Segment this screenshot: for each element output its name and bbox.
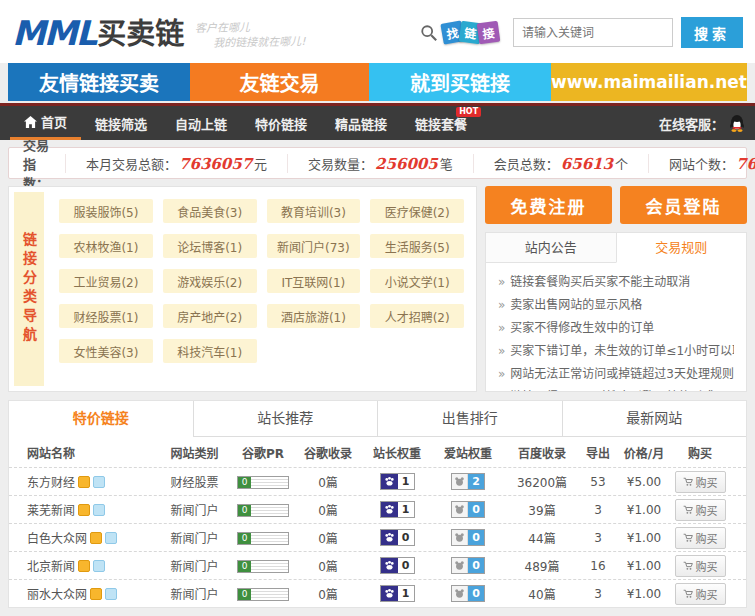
notice-tabs: 站内公告 交易规则 <box>486 233 746 263</box>
banner-buy-link[interactable]: 就到买链接 <box>369 63 551 101</box>
buy-button[interactable]: 购买 <box>675 527 726 549</box>
site-name-link[interactable]: 北京新闻 <box>27 557 75 574</box>
site-name-link[interactable]: 莱芜新闻 <box>27 501 75 518</box>
online-service[interactable]: 在线客服： <box>659 106 745 140</box>
nav-item-auto-link[interactable]: 自动上链 <box>161 106 241 140</box>
rule-item[interactable]: »买家不得修改生效中的订单 <box>498 317 734 340</box>
category-item[interactable]: IT互联网(1) <box>267 269 361 293</box>
category-item[interactable]: 生活服务(5) <box>370 234 464 258</box>
tab-special-links[interactable]: 特价链接 <box>9 401 193 437</box>
search-button[interactable]: 搜索 <box>681 17 743 48</box>
rule-item[interactable]: »链接不得以以下对搜索引擎无效的形式展示 <box>498 386 734 392</box>
logo-cn-text: 买卖链 <box>97 18 184 50</box>
rule-arrow-icon: » <box>498 344 505 358</box>
rule-arrow-icon: » <box>498 298 505 312</box>
category-item[interactable]: 房产地产(2) <box>163 304 257 328</box>
buy-button[interactable]: 购买 <box>675 583 726 605</box>
baidu-index-value: 44篇 <box>504 529 580 546</box>
category-item[interactable]: 女性美容(3) <box>59 339 153 363</box>
tab-webmaster-picks[interactable]: 站长推荐 <box>193 401 378 437</box>
site-name-link[interactable]: 东方财经 <box>27 473 75 490</box>
rule-text: 链接套餐购买后买家不能主动取消 <box>510 275 690 289</box>
site-logo[interactable]: MML 买卖链 <box>12 12 184 50</box>
buy-button[interactable]: 购买 <box>675 499 726 521</box>
nav-item-home[interactable]: 首页 <box>10 106 81 140</box>
banner-link-trade[interactable]: 友情链接买卖 <box>8 63 190 101</box>
buy-button[interactable]: 购买 <box>675 555 726 577</box>
table-row: 北京新闻 新闻门户 0 0篇 0 0 489篇 16 ¥1.00 购买 <box>9 551 746 579</box>
category-item[interactable]: 小说文学(1) <box>370 269 464 293</box>
paw-icon <box>381 474 398 489</box>
category-panel: 链接分类导航 服装服饰(5) 食品美食(3) 教育培训(3) 医疗保健(2) 农… <box>8 186 477 392</box>
col-category: 网站类别 <box>157 444 232 461</box>
rule-text: 买家下错订单，未生效的订单≤1小时可以取消 <box>510 344 734 358</box>
tab-site-announcements[interactable]: 站内公告 <box>486 233 616 263</box>
category-item[interactable]: 服装服饰(5) <box>59 199 153 223</box>
listing-panel: 特价链接 站长推荐 出售排行 最新网站 网站名称 网站类别 谷歌PR 谷歌收录 … <box>8 400 747 608</box>
category-item[interactable]: 游戏娱乐(2) <box>163 269 257 293</box>
nav-item-label: 精品链接 <box>335 114 387 133</box>
tab-sales-ranking[interactable]: 出售排行 <box>377 401 562 437</box>
main-area: 链接分类导航 服装服饰(5) 食品美食(3) 教育培训(3) 医疗保健(2) 农… <box>8 186 747 392</box>
aizhan-weight-badge: 2 <box>451 473 485 490</box>
stat-value: 76614 <box>734 155 755 173</box>
google-pr-bar: 0 <box>237 476 289 489</box>
main-navbar: 首页 链接筛选 自动上链 特价链接 精品链接 链接套餐 HOT 在线客服： <box>0 103 755 140</box>
aizhan-weight-badge: 0 <box>451 529 485 546</box>
rule-item[interactable]: »卖家出售网站的显示风格 <box>498 294 734 317</box>
promo-banner: 友情链接买卖 友链交易 就到买链接 www.maimailian.net <box>8 63 747 101</box>
logo-tagline: 客户在哪儿 我的链接就在哪儿! <box>195 19 306 51</box>
cart-icon <box>683 533 693 543</box>
rule-arrow-icon: » <box>498 275 505 289</box>
site-badge-blue-icon <box>105 532 117 544</box>
category-item[interactable]: 工业贸易(2) <box>59 269 153 293</box>
site-badge-orange-icon <box>78 560 90 572</box>
search-zone: 找 链 接 搜索 <box>420 17 743 48</box>
site-category: 财经股票 <box>157 473 232 490</box>
nav-item-link-package[interactable]: 链接套餐 HOT <box>401 106 481 140</box>
nav-item-special-links[interactable]: 特价链接 <box>241 106 321 140</box>
site-name-link[interactable]: 白色大众网 <box>27 529 87 546</box>
search-input[interactable] <box>513 18 673 47</box>
banner-friend-link[interactable]: 友链交易 <box>190 63 369 101</box>
buy-button[interactable]: 购买 <box>675 471 726 493</box>
banner-site-url[interactable]: www.maimailian.net <box>551 63 747 101</box>
nav-item-link-filter[interactable]: 链接筛选 <box>81 106 161 140</box>
nav-item-premium-links[interactable]: 精品链接 <box>321 106 401 140</box>
baidu-index-value: 39篇 <box>504 501 580 518</box>
logo-mml-text: MML <box>12 12 95 50</box>
google-index-value: 0篇 <box>294 557 362 574</box>
category-item[interactable]: 医疗保健(2) <box>370 199 464 223</box>
category-item[interactable]: 财经股票(1) <box>59 304 153 328</box>
rule-item[interactable]: »链接套餐购买后买家不能主动取消 <box>498 271 734 294</box>
price-per-month: ¥1.00 <box>616 531 672 545</box>
category-item[interactable]: 新闻门户(73) <box>267 234 361 258</box>
category-item[interactable]: 教育培训(3) <box>267 199 361 223</box>
category-item[interactable]: 人才招聘(2) <box>370 304 464 328</box>
baidu-index-value: 40篇 <box>504 585 580 602</box>
stat-site-count: 网站个数：76614个 <box>648 154 755 173</box>
aizhan-icon <box>452 558 468 573</box>
search-icon <box>420 24 438 42</box>
category-item[interactable]: 食品美食(3) <box>163 199 257 223</box>
stat-label: 网站个数： <box>669 157 734 172</box>
register-button[interactable]: 免费注册 <box>485 186 612 224</box>
login-button[interactable]: 会员登陆 <box>620 186 747 224</box>
site-category: 新闻门户 <box>157 501 232 518</box>
rule-item[interactable]: »买家下错订单，未生效的订单≤1小时可以取消 <box>498 340 734 363</box>
site-name-link[interactable]: 丽水大众网 <box>27 585 87 602</box>
table-row: 东方财经 财经股票 0 0篇 1 2 36200篇 53 ¥5.00 购买 <box>9 467 746 495</box>
cart-icon <box>683 561 693 571</box>
find-link-tiles: 找 链 接 <box>442 22 499 43</box>
paw-icon <box>381 586 398 601</box>
webmaster-weight-badge: 1 <box>380 501 415 518</box>
tab-trade-rules[interactable]: 交易规则 <box>616 233 747 263</box>
category-item[interactable]: 科技汽车(1) <box>163 339 257 363</box>
category-item[interactable]: 论坛博客(1) <box>163 234 257 258</box>
price-per-month: ¥5.00 <box>616 475 672 489</box>
rule-item[interactable]: »网站无法正常访问或掉链超过3天处理规则 <box>498 363 734 386</box>
category-item[interactable]: 农林牧渔(1) <box>59 234 153 258</box>
category-item[interactable]: 酒店旅游(1) <box>267 304 361 328</box>
tab-newest-sites[interactable]: 最新网站 <box>562 401 747 437</box>
stat-unit: 个 <box>615 157 628 172</box>
